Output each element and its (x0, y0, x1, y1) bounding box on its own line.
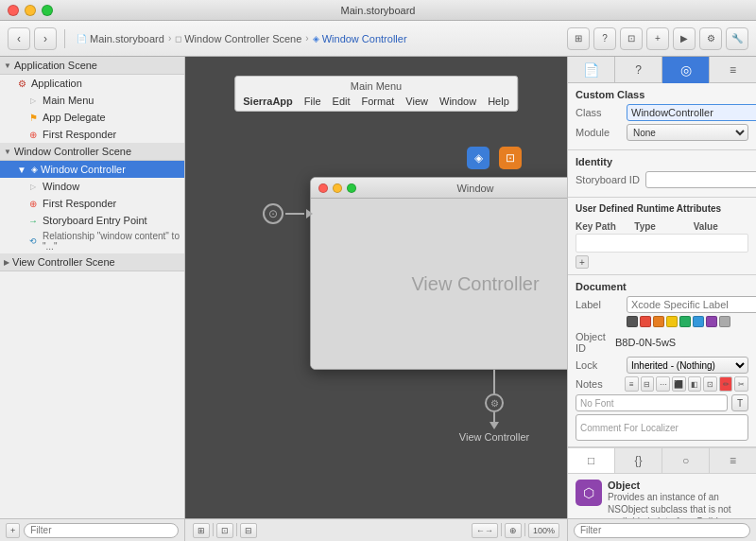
custom-class-section: Custom Class Class ▸ Module None (568, 83, 756, 150)
minimize-button[interactable] (25, 5, 36, 16)
menu-help[interactable]: Help (488, 96, 509, 107)
grid-button[interactable]: ⊞ (193, 523, 210, 538)
item-label: First Responder (43, 129, 116, 140)
section-vc-scene[interactable]: ▶ View Controller Scene (0, 253, 184, 271)
add-button[interactable]: + (646, 27, 669, 50)
sidebar-item-first-responder-1[interactable]: ⊕ First Responder (0, 126, 184, 143)
notes-icon-2[interactable]: ⊟ (641, 376, 655, 392)
color-swatch-7[interactable] (706, 316, 717, 327)
color-swatch-1[interactable] (627, 316, 638, 327)
notes-icon-1[interactable]: ≡ (625, 376, 639, 392)
breadcrumb-wc-scene[interactable]: ◻ Window Controller Scene (175, 33, 301, 44)
class-label: Class (576, 107, 623, 118)
color-swatch-2[interactable] (640, 316, 651, 327)
add-scene-button[interactable]: ⊟ (240, 523, 257, 538)
app-delegate-icon: ⚑ (26, 111, 40, 124)
section-wc-scene[interactable]: ▼ Window Controller Scene (0, 143, 184, 161)
right-panel-top-tabs: 📄 ? ◎ ≡ (568, 57, 756, 83)
color-swatch-5[interactable] (679, 316, 691, 327)
library-button[interactable]: ⊞ (567, 27, 590, 50)
sidebar-item-main-menu[interactable]: ▷ Main Menu (0, 92, 184, 109)
menu-format[interactable]: Format (362, 96, 395, 107)
lib-tab-snippets[interactable]: ≡ (710, 448, 756, 473)
notes-icon-8[interactable]: ✂ (734, 376, 748, 392)
breadcrumb-storyboard[interactable]: 📄 Main.storyboard (77, 33, 164, 44)
section-label-wc: Window Controller Scene (14, 146, 131, 157)
font-row: No Font T (576, 394, 748, 411)
wc-icon-orange: ⊡ (499, 147, 522, 169)
maximize-button[interactable] (42, 5, 53, 16)
notes-icon-5[interactable]: ◧ (688, 376, 702, 392)
section-application-scene[interactable]: ▼ Application Scene (0, 57, 184, 75)
module-label: Module (576, 127, 623, 138)
menu-view[interactable]: View (405, 96, 428, 107)
color-swatch-3[interactable] (653, 316, 664, 327)
class-input[interactable] (627, 104, 756, 121)
menu-sierraapp[interactable]: SierraApp (243, 96, 293, 107)
run-button[interactable]: ▶ (673, 27, 696, 50)
sidebar-item-window[interactable]: ▷ Window (0, 178, 184, 195)
lock-label: Lock (576, 359, 623, 371)
scheme-button[interactable]: ⚙ (699, 27, 722, 50)
sidebar-content: ▼ Application Scene ⚙ Application ▷ Main… (0, 57, 184, 518)
canvas-bottom-left: ⊞ ⊡ ⊟ (193, 523, 257, 538)
lib-tab-media[interactable]: ○ (662, 448, 710, 473)
rp-tab-identity[interactable]: ◎ (662, 57, 710, 83)
inner-max[interactable] (347, 183, 356, 193)
zoom-button[interactable]: 100% (528, 523, 559, 538)
inner-min[interactable] (333, 183, 342, 193)
forward-button[interactable]: › (34, 27, 57, 50)
back-button[interactable]: ‹ (8, 27, 30, 50)
key-path-col: Key Path (576, 221, 630, 232)
vc-label-inner: View Controller (411, 273, 539, 295)
zoom-fit-button[interactable]: ⊡ (216, 523, 233, 538)
menu-edit[interactable]: Edit (333, 96, 351, 107)
sidebar-item-entry-point[interactable]: → Storyboard Entry Point (0, 212, 184, 229)
debug-button[interactable]: 🔧 (726, 27, 748, 50)
rp-tab-attributes[interactable]: ≡ (710, 57, 756, 83)
color-swatch-4[interactable] (666, 316, 678, 327)
module-select[interactable]: None (627, 124, 748, 141)
storyboard-id-input[interactable] (645, 171, 756, 188)
menu-file[interactable]: File (304, 96, 321, 107)
close-button[interactable] (8, 5, 19, 16)
notes-icon-7[interactable]: ✏ (719, 376, 733, 392)
menu-window[interactable]: Window (439, 96, 476, 107)
sidebar-item-relationship[interactable]: ⟲ Relationship "window content" to "..." (0, 229, 184, 253)
constraint-button[interactable]: ⊕ (505, 523, 522, 538)
rp-tab-quick-help[interactable]: ? (615, 57, 662, 83)
font-button[interactable]: T (731, 394, 748, 411)
document-title: Document (576, 281, 748, 292)
notes-icon-6[interactable]: ⊡ (703, 376, 717, 392)
lib-tab-objects[interactable]: □ (568, 448, 615, 473)
color-swatch-8[interactable] (719, 316, 730, 327)
help-button[interactable]: ? (593, 27, 616, 50)
sidebar-item-window-controller[interactable]: ▼ ◈ Window Controller (0, 161, 184, 178)
color-swatch-6[interactable] (693, 316, 704, 327)
rp-tab-file[interactable]: 📄 (568, 57, 615, 83)
relationship-icon: ⟲ (26, 235, 40, 248)
layout-button[interactable]: ⊡ (620, 27, 643, 50)
sidebar-item-first-responder-2[interactable]: ⊕ First Responder (0, 195, 184, 212)
sidebar-filter-input[interactable] (24, 523, 179, 538)
sidebar-add-button[interactable]: + (6, 523, 20, 538)
align-button[interactable]: ←→ (472, 523, 498, 538)
library-filter-input[interactable] (574, 523, 750, 538)
item-label: Relationship "window content" to "..." (43, 231, 180, 252)
window-controls (8, 5, 53, 16)
window-titlebar: Window (311, 178, 567, 199)
sidebar-item-application[interactable]: ⚙ Application (0, 75, 184, 92)
lib-tab-code[interactable]: {} (615, 448, 662, 473)
notes-icon-4[interactable]: ⬛ (672, 376, 686, 392)
inner-close[interactable] (318, 183, 328, 193)
breadcrumb-wc[interactable]: ◈ Window Controller (313, 33, 407, 44)
section-label-vc: View Controller Scene (12, 256, 115, 268)
object-id-row: Object ID B8D-0N-5wS (576, 331, 748, 354)
item-label: App Delegate (43, 112, 106, 123)
doc-label-input[interactable] (627, 296, 756, 313)
notes-icon-3[interactable]: ⋯ (656, 376, 670, 392)
lib-item-title-object: Object (608, 480, 748, 491)
add-attribute-button[interactable]: + (576, 255, 589, 269)
lock-select[interactable]: Inherited - (Nothing) (627, 357, 748, 374)
sidebar-item-app-delegate[interactable]: ⚑ App Delegate (0, 109, 184, 126)
